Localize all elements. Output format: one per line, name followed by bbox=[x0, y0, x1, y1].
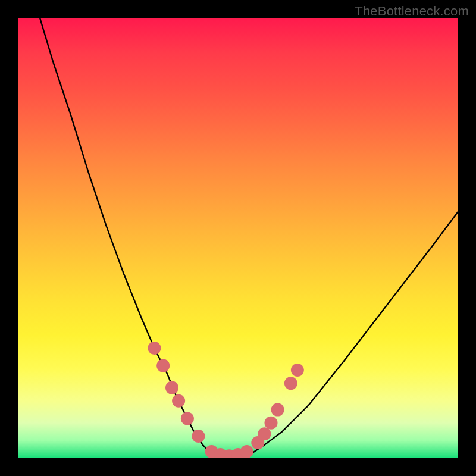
bottleneck-curve bbox=[40, 18, 458, 458]
marker-dot bbox=[192, 430, 205, 443]
chart-frame: TheBottleneck.com bbox=[0, 0, 476, 476]
marker-dot bbox=[291, 364, 304, 377]
marker-dot bbox=[265, 416, 278, 430]
watermark-text: TheBottleneck.com bbox=[355, 4, 469, 19]
marker-dot bbox=[271, 403, 284, 416]
marker-dot bbox=[156, 359, 170, 372]
marker-dot bbox=[240, 445, 253, 458]
marker-dot bbox=[172, 394, 185, 408]
marker-dot bbox=[148, 342, 161, 355]
chart-overlay bbox=[18, 18, 458, 458]
marker-dots bbox=[148, 342, 304, 458]
marker-dot bbox=[181, 412, 194, 425]
marker-dot bbox=[165, 381, 178, 394]
plot-area bbox=[18, 18, 458, 458]
marker-dot bbox=[258, 427, 271, 440]
marker-dot bbox=[284, 377, 298, 390]
